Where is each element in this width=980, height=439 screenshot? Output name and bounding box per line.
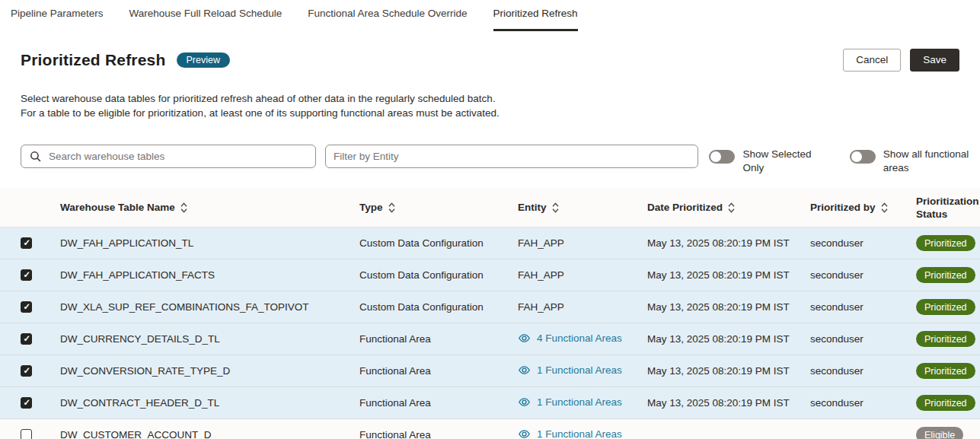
date-prioritized: May 13, 2025 08:20:19 PM IST: [647, 269, 810, 281]
warehouse-tables-table: Warehouse Table Name Type Entity Date Pr…: [0, 188, 980, 439]
warehouse-table-name: DW_XLA_SUP_REF_COMBINATIONS_FA_TOPIVOT: [60, 301, 359, 313]
table-row: DW_XLA_SUP_REF_COMBINATIONS_FA_TOPIVOT C…: [0, 291, 980, 323]
functional-areas-link[interactable]: 1 Functional Areas: [518, 428, 622, 439]
warehouse-table-name: DW_CONTRACT_HEADER_D_TL: [60, 397, 359, 409]
eye-icon: [518, 428, 531, 439]
tab-label: Functional Area Schedule Override: [308, 8, 467, 19]
date-prioritized: May 13, 2025 08:20:19 PM IST: [647, 301, 810, 313]
row-checkbox[interactable]: [21, 301, 32, 313]
table-row: DW_CURRENCY_DETAILS_D_TL Functional Area…: [0, 323, 980, 355]
functional-areas-link[interactable]: 1 Functional Areas: [518, 396, 622, 409]
save-button[interactable]: Save: [910, 49, 959, 72]
row-checkbox[interactable]: [21, 333, 32, 345]
prioritized-by: seconduser: [810, 269, 916, 281]
column-header-type[interactable]: Type: [359, 201, 518, 214]
column-header-warehouse-table-name[interactable]: Warehouse Table Name: [60, 201, 359, 214]
table-row: DW_FAH_APPLICATION_FACTS Custom Data Con…: [0, 259, 980, 291]
sort-icon[interactable]: [552, 202, 559, 213]
date-prioritized: May 13, 2025 08:20:19 PM IST: [647, 397, 810, 409]
functional-areas-link-label: 1 Functional Areas: [537, 396, 622, 408]
show-selected-only-toggle-group: Show Selected Only: [709, 145, 829, 175]
sort-icon[interactable]: [388, 202, 395, 213]
row-checkbox[interactable]: [21, 397, 32, 409]
warehouse-table-name: DW_CONVERSION_RATE_TYPE_D: [60, 365, 359, 377]
functional-areas-link-label: 4 Functional Areas: [537, 332, 622, 344]
table-row: DW_FAH_APPLICATION_TL Custom Data Config…: [0, 227, 980, 259]
entity-filter-input[interactable]: [325, 145, 699, 168]
column-header-label: Warehouse Table Name: [60, 201, 175, 214]
table-type: Functional Area: [359, 397, 518, 409]
table-body: DW_FAH_APPLICATION_TL Custom Data Config…: [0, 227, 980, 439]
tab-prioritized-refresh[interactable]: Prioritized Refresh: [493, 8, 578, 31]
filter-box: [325, 145, 699, 168]
functional-areas-link-label: 1 Functional Areas: [537, 364, 622, 376]
column-header-entity[interactable]: Entity: [518, 201, 647, 214]
description-line-2: For a table to be eligible for prioritiz…: [21, 106, 959, 120]
cancel-button[interactable]: Cancel: [843, 49, 901, 72]
status-badge: Prioritized: [916, 235, 975, 251]
table-row: DW_CONTRACT_HEADER_D_TL Functional Area …: [0, 387, 980, 419]
row-checkbox[interactable]: [21, 365, 32, 377]
prioritized-by: seconduser: [810, 397, 916, 409]
page-header: Prioritized Refresh Preview Cancel Save: [21, 49, 959, 72]
column-header-label: Type: [359, 201, 383, 214]
table-type: Functional Area: [359, 333, 518, 345]
page-description: Select warehouse data tables for priorit…: [21, 91, 959, 120]
table-header-row: Warehouse Table Name Type Entity Date Pr…: [0, 188, 980, 227]
table-type: Functional Area: [359, 365, 518, 377]
status-badge: Prioritized: [916, 331, 975, 347]
show-selected-only-label: Show Selected Only: [742, 148, 829, 175]
status-badge: Prioritized: [916, 267, 975, 283]
functional-areas-link[interactable]: 1 Functional Areas: [518, 364, 622, 377]
row-checkbox[interactable]: [21, 429, 32, 439]
prioritized-by: seconduser: [810, 333, 916, 345]
search-icon: [29, 150, 42, 163]
column-header-prioritization-status[interactable]: Prioritization Status: [916, 195, 980, 221]
column-header-label: Prioritized by: [810, 201, 876, 214]
eye-icon: [518, 332, 531, 345]
date-prioritized: May 13, 2025 08:20:19 PM IST: [647, 365, 810, 377]
column-header-date-prioritized[interactable]: Date Prioritized: [647, 201, 810, 214]
row-checkbox[interactable]: [21, 237, 32, 249]
page-title: Prioritized Refresh: [21, 51, 166, 69]
eye-icon: [518, 364, 531, 377]
prioritized-by: seconduser: [810, 365, 916, 377]
warehouse-table-name: DW_CURRENCY_DETAILS_D_TL: [60, 333, 359, 345]
prioritized-by: seconduser: [810, 237, 916, 249]
status-badge: Prioritized: [916, 395, 975, 411]
show-all-functional-areas-label: Show all functional areas: [883, 148, 970, 175]
table-row: DW_CONVERSION_RATE_TYPE_D Functional Are…: [0, 355, 980, 387]
controls-row: Show Selected Only Show all functional a…: [21, 145, 970, 175]
sort-icon[interactable]: [728, 202, 735, 213]
sort-icon[interactable]: [881, 202, 888, 213]
tab-label: Prioritized Refresh: [493, 8, 578, 19]
column-header-label: Date Prioritized: [647, 201, 723, 214]
tab-warehouse-full-reload-schedule[interactable]: Warehouse Full Reload Schedule: [129, 8, 283, 31]
header-actions: Cancel Save: [843, 49, 959, 72]
search-input[interactable]: [21, 145, 316, 168]
functional-areas-link-label: 1 Functional Areas: [537, 428, 622, 439]
prioritized-by: seconduser: [810, 301, 916, 313]
row-checkbox[interactable]: [21, 269, 32, 281]
entity-value: FAH_APP: [518, 237, 564, 249]
preview-badge: Preview: [177, 52, 230, 68]
status-badge: Prioritized: [916, 363, 975, 379]
table-type: Custom Data Configuration: [359, 237, 518, 249]
column-header-label: Entity: [518, 201, 547, 214]
column-header-prioritized-by[interactable]: Prioritized by: [810, 201, 916, 214]
table-row: DW_CUSTOMER_ACCOUNT_D Functional Area 1 …: [0, 419, 980, 439]
description-line-1: Select warehouse data tables for priorit…: [21, 91, 959, 106]
entity-value: FAH_APP: [518, 269, 564, 281]
show-all-functional-areas-toggle-group: Show all functional areas: [850, 145, 970, 175]
warehouse-table-name: DW_CUSTOMER_ACCOUNT_D: [60, 429, 359, 439]
sort-icon[interactable]: [180, 202, 187, 213]
tab-pipeline-parameters[interactable]: Pipeline Parameters: [11, 8, 104, 31]
search-box: [21, 145, 316, 168]
tab-functional-area-schedule-override[interactable]: Functional Area Schedule Override: [308, 8, 467, 31]
show-all-functional-areas-toggle[interactable]: [850, 150, 876, 164]
entity-value: FAH_APP: [518, 301, 564, 313]
tab-label: Warehouse Full Reload Schedule: [129, 8, 283, 19]
show-selected-only-toggle[interactable]: [709, 150, 735, 164]
tab-bar: Pipeline Parameters Warehouse Full Reloa…: [0, 0, 980, 31]
functional-areas-link[interactable]: 4 Functional Areas: [518, 332, 622, 345]
